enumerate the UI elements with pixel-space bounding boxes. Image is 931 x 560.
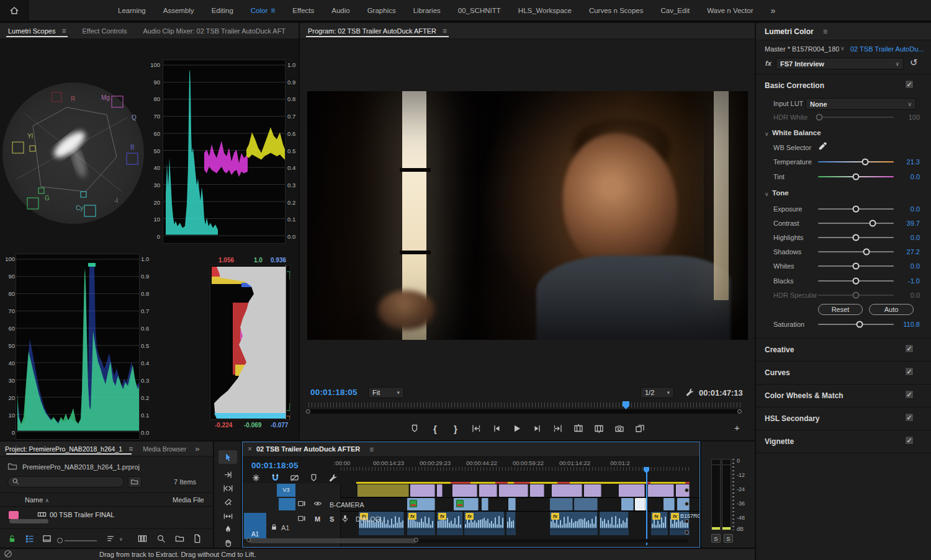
pen-tool[interactable] xyxy=(218,522,237,536)
program-monitor-tab[interactable]: Program: 02 TSB Trailer AutoDuck AFTER ≡ xyxy=(300,23,455,38)
solo-left-button[interactable]: S xyxy=(711,534,721,543)
audio-clip-dialog[interactable]: fx xyxy=(464,512,505,535)
list-view-button[interactable] xyxy=(25,534,34,544)
project-tab[interactable]: Project: PremierePro_NAB2018_h264_1≡ xyxy=(0,442,138,456)
video-clip-v3[interactable] xyxy=(499,484,528,497)
new-bin-button[interactable] xyxy=(175,534,184,544)
workspace-tab-audio[interactable]: Audio xyxy=(323,6,358,15)
tab-effect-controls[interactable]: Effect Controls xyxy=(74,23,135,38)
program-settings-wrench-icon[interactable] xyxy=(685,388,695,398)
selection-tool[interactable] xyxy=(218,450,237,464)
project-search-input[interactable] xyxy=(7,476,124,487)
section-chevron-icon[interactable]: ∨ xyxy=(765,131,769,137)
chevron-down-icon[interactable]: ∨ xyxy=(119,536,123,542)
export-frame-button[interactable] xyxy=(613,422,626,435)
video-clip-b-camera[interactable] xyxy=(508,498,516,510)
ripple-edit-tool[interactable] xyxy=(218,481,237,495)
program-quality-dropdown[interactable]: 1/2▾ xyxy=(641,387,674,398)
section-label-creative[interactable]: Creative xyxy=(765,345,794,354)
workspace-menu-icon[interactable]: ≡ xyxy=(271,6,275,15)
slider-track-blacks[interactable] xyxy=(818,280,894,282)
video-clip-v3[interactable] xyxy=(358,484,409,497)
program-playhead[interactable] xyxy=(623,401,629,409)
timeline-tab-title[interactable]: 02 TSB Trailer AutoDuck AFTER xyxy=(256,445,360,453)
workspace-tab-color[interactable]: Color≡ xyxy=(242,6,284,15)
section-checkbox-hsl-secondary[interactable]: ✓ xyxy=(905,413,914,422)
tab-overflow-button[interactable]: » xyxy=(294,23,299,38)
slider-track-saturation[interactable] xyxy=(818,324,894,325)
audio-clip-dialog[interactable]: fx xyxy=(651,512,668,535)
project-row-swatch[interactable] xyxy=(9,511,19,519)
track-output-dot[interactable] xyxy=(685,530,689,535)
workspace-tab-graphics[interactable]: Graphics xyxy=(359,6,405,15)
slider-track-temperature[interactable] xyxy=(818,161,894,162)
auto-button[interactable]: Auto xyxy=(869,304,914,315)
audio-clip-dialog[interactable] xyxy=(600,512,629,535)
workspace-tab-editing[interactable]: Editing xyxy=(203,6,242,15)
slider-track-exposure[interactable] xyxy=(818,208,894,210)
scrubber-right-handle[interactable] xyxy=(737,409,742,414)
slider-knob-blacks[interactable] xyxy=(853,278,860,285)
solo-right-button[interactable]: S xyxy=(724,534,733,543)
workspace-tab-hls-workspace[interactable]: HLS_Workspace xyxy=(510,6,580,15)
panel-menu-icon[interactable]: ≡ xyxy=(369,445,374,454)
comparison-view-button[interactable] xyxy=(634,422,646,435)
wb-selector-eyedropper[interactable] xyxy=(818,141,827,152)
video-clip-b-camera[interactable] xyxy=(663,498,675,510)
slider-knob-saturation[interactable] xyxy=(857,321,863,328)
step-forward-button[interactable] xyxy=(531,422,544,435)
new-item-button[interactable] xyxy=(192,534,202,544)
hand-tool[interactable] xyxy=(218,536,237,548)
lift-button[interactable] xyxy=(572,422,585,435)
slider-knob-tint[interactable] xyxy=(853,174,860,180)
video-clip-b-camera[interactable] xyxy=(635,498,646,510)
freeform-view-button[interactable] xyxy=(138,534,147,544)
mute-button[interactable]: M xyxy=(315,515,320,523)
section-label-curves[interactable]: Curves xyxy=(765,368,790,377)
scroll-handle-right[interactable] xyxy=(414,538,418,542)
video-clip-v3[interactable] xyxy=(479,484,497,497)
video-frame[interactable] xyxy=(307,91,748,340)
section-label-hsl-secondary[interactable]: HSL Secondary xyxy=(765,414,819,423)
step-back-button[interactable] xyxy=(490,422,503,435)
section-checkbox-creative[interactable]: ✓ xyxy=(905,344,914,353)
track-output-dot[interactable] xyxy=(685,502,689,506)
scroll-handle-left[interactable] xyxy=(246,538,251,542)
project-hscroll-thumb[interactable] xyxy=(9,519,48,523)
video-clip-v3[interactable] xyxy=(437,484,443,497)
slider-track-whites[interactable] xyxy=(818,265,894,267)
video-clip-v3[interactable] xyxy=(410,484,435,497)
project-row-name[interactable]: 00 TSB Trailer FINAL xyxy=(50,511,114,518)
section-label-vignette[interactable]: Vignette xyxy=(765,437,794,446)
slider-knob-exposure[interactable] xyxy=(853,206,860,213)
audio-clip-dialog[interactable]: fx xyxy=(437,512,463,535)
column-header-name[interactable]: Name ∧ xyxy=(25,496,49,504)
video-clip-v3[interactable] xyxy=(584,484,601,497)
zoom-slider-track[interactable] xyxy=(65,540,97,541)
sort-options-button[interactable] xyxy=(107,534,116,544)
panel-menu-icon[interactable]: ≡ xyxy=(128,445,133,453)
source-patch-icon[interactable] xyxy=(297,499,306,509)
workspace-tab-curves-n-scopes[interactable]: Curves n Scopes xyxy=(580,6,652,15)
voiceover-mic-icon[interactable] xyxy=(341,514,349,524)
workspace-tab-wave-n-vector[interactable]: Wave n Vector xyxy=(698,6,762,15)
timeline-tab-close-icon[interactable]: × xyxy=(248,445,252,453)
section-checkbox-color-wheels-match[interactable]: ✓ xyxy=(905,390,914,399)
slider-track-tint[interactable] xyxy=(818,176,894,177)
timeline-hscroll-thumb[interactable] xyxy=(249,538,416,543)
media-browser-tab[interactable]: Media Browser xyxy=(138,442,191,456)
video-clip-v3[interactable] xyxy=(619,484,645,497)
column-header-media-file[interactable]: Media File xyxy=(173,496,204,504)
track-v3-box[interactable]: V3 xyxy=(277,484,295,497)
a1-track-label[interactable]: A1 xyxy=(281,524,289,531)
workspace-tab-cav-edit[interactable]: Cav_Edit xyxy=(652,6,699,15)
program-current-timecode[interactable]: 00:01:18:05 xyxy=(310,388,358,397)
video-clip-b-camera[interactable] xyxy=(621,498,634,510)
search-bin-button[interactable] xyxy=(128,476,142,487)
zoom-slider-handle[interactable] xyxy=(57,538,63,543)
panel-menu-icon[interactable]: ≡ xyxy=(443,27,447,35)
play-button[interactable] xyxy=(511,422,523,435)
track-visibility-eye-icon[interactable] xyxy=(313,499,322,509)
section-checkbox-curves[interactable]: ✓ xyxy=(905,367,914,376)
slider-track-hdr-specular[interactable] xyxy=(818,295,894,296)
